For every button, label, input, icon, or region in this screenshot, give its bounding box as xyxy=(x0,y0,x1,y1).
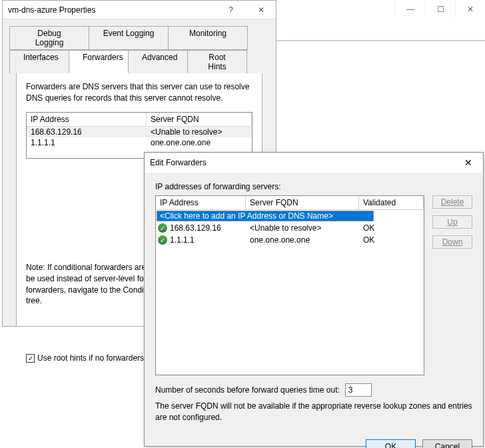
tab-advanced[interactable]: Advanced xyxy=(128,50,188,73)
ok-button[interactable]: OK xyxy=(366,439,416,448)
note-text: Note: If conditional forwarders are de b… xyxy=(26,262,157,307)
cell-validated: OK xyxy=(359,223,424,233)
forwarders-grid: IP Address Server FQDN Validated <Click … xyxy=(155,195,424,375)
timeout-label: Number of seconds before forward queries… xyxy=(155,385,340,395)
close-button[interactable]: ✕ xyxy=(246,1,276,19)
col-ip[interactable]: IP Address xyxy=(27,113,147,126)
tab-root-hints[interactable]: Root Hints xyxy=(187,50,247,73)
cell-ip: 168.63.129.16 xyxy=(31,127,151,137)
col-ip[interactable]: IP Address xyxy=(156,196,246,209)
cell-fqdn: <Unable to resolve> xyxy=(151,127,222,137)
help-button[interactable]: ? xyxy=(216,1,246,19)
table-row[interactable]: 1.1.1.1 one.one.one.one xyxy=(27,137,252,148)
cell-fqdn: <Unable to resolve> xyxy=(246,223,359,233)
grid-row[interactable]: ✓1.1.1.1 one.one.one.one OK xyxy=(156,234,424,246)
cell-fqdn: one.one.one.one xyxy=(246,235,359,245)
bg-minimize-button[interactable]: — xyxy=(395,0,425,19)
cell-ip: 1.1.1.1 xyxy=(170,235,195,245)
cell-ip: 168.63.129.16 xyxy=(170,223,221,233)
table-row[interactable]: 168.63.129.16 <Unable to resolve> xyxy=(27,127,252,137)
tab-debug-logging[interactable]: Debug Logging xyxy=(9,26,89,50)
cancel-button[interactable]: Cancel xyxy=(422,439,472,448)
timeout-input[interactable]: 3 xyxy=(345,383,372,397)
grid-row[interactable]: ✓168.63.129.16 <Unable to resolve> OK xyxy=(156,222,424,234)
close-button[interactable]: ✕ xyxy=(459,155,478,171)
edit-forwarders-dialog: Edit Forwarders ✕ IP addresses of forwar… xyxy=(144,152,484,447)
description-text: Forwarders are DNS servers that this ser… xyxy=(26,81,252,104)
bg-divider xyxy=(273,40,485,41)
fqdn-note: The server FQDN will not be available if… xyxy=(155,401,472,423)
cell-ip: 1.1.1.1 xyxy=(31,138,151,147)
add-ip-placeholder[interactable]: <Click here to add an IP Address or DNS … xyxy=(157,211,374,221)
cell-fqdn: one.one.one.one xyxy=(151,138,211,147)
tab-monitoring[interactable]: Monitoring xyxy=(168,26,248,50)
col-fqdn[interactable]: Server FQDN xyxy=(246,196,359,209)
col-fqdn[interactable]: Server FQDN xyxy=(147,113,252,126)
check-icon: ✓ xyxy=(158,223,167,233)
tab-interfaces[interactable]: Interfaces xyxy=(9,50,69,73)
tab-forwarders[interactable]: Forwarders xyxy=(69,50,129,73)
tab-event-logging[interactable]: Event Logging xyxy=(89,26,169,50)
check-icon: ✓ xyxy=(158,235,167,245)
bg-close-button[interactable]: ✕ xyxy=(455,0,485,19)
bg-maximize-button[interactable]: ☐ xyxy=(425,0,455,19)
root-hints-label: Use root hints if no forwarders are xyxy=(37,353,158,363)
col-validated[interactable]: Validated xyxy=(359,196,424,209)
root-hints-checkbox[interactable]: ✓ xyxy=(26,354,35,363)
window-title: vm-dns-azure Properties xyxy=(8,5,95,15)
dialog-title: Edit Forwarders xyxy=(150,158,207,167)
down-button[interactable]: Down xyxy=(432,235,472,249)
dialog-label: IP addresses of forwarding servers: xyxy=(155,182,472,191)
cell-validated: OK xyxy=(359,235,424,245)
up-button[interactable]: Up xyxy=(432,215,472,229)
delete-button[interactable]: Delete xyxy=(432,195,472,209)
